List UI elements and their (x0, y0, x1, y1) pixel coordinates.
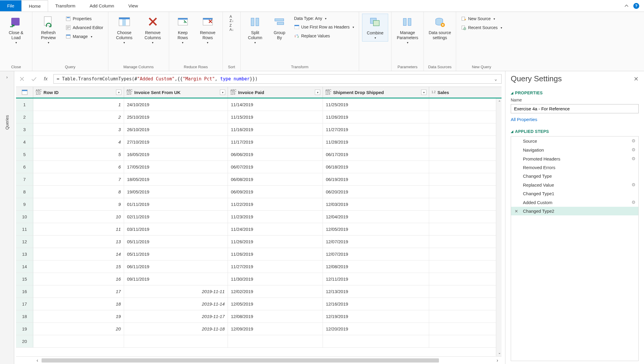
cell-invoice-paid[interactable]: 11/17/2019 (228, 136, 323, 148)
row-number[interactable]: 7 (16, 173, 33, 185)
row-number[interactable]: 18 (16, 310, 33, 322)
table-row[interactable]: 121305/11/201911/26/201912/07/2019 (16, 236, 502, 248)
gear-icon[interactable]: ⚙ (632, 147, 635, 152)
cell-invoice-paid[interactable]: 11/27/2019 (228, 260, 323, 273)
refresh-preview-button[interactable]: Refresh Preview ▾ (35, 14, 61, 46)
scroll-right-icon[interactable]: › (493, 358, 502, 363)
scroll-down-icon[interactable]: ⌄ (498, 349, 501, 356)
cell-sales[interactable] (429, 236, 472, 248)
table-row[interactable]: 141506/11/201911/27/201912/08/2019 (16, 260, 502, 273)
table-row[interactable]: 7718/05/201906/08/201906/19/2019 (16, 173, 502, 186)
col-header-invoice-paid[interactable]: ABC 123 Invoice Paid ▾ (228, 87, 323, 98)
queries-sidebar[interactable]: › Queries (0, 71, 14, 364)
cell-sales[interactable] (429, 111, 472, 123)
cell-sales[interactable] (429, 223, 472, 235)
cell-invoice-sent[interactable]: 01/11/2019 (124, 198, 228, 210)
row-number[interactable]: 1 (16, 98, 33, 111)
cell-shipment[interactable]: 06/17/2019 (323, 148, 429, 160)
row-number[interactable]: 12 (16, 236, 33, 248)
cell-invoice-paid[interactable]: 11/30/2019 (228, 273, 323, 285)
section-properties[interactable]: ◢PROPERTIES (511, 90, 639, 95)
applied-step[interactable]: Source⚙ (511, 136, 638, 145)
cell-invoice-paid[interactable]: 06/07/2019 (228, 161, 323, 173)
cell-shipment[interactable]: 06/20/2019 (323, 186, 429, 198)
select-all-corner[interactable] (16, 87, 33, 98)
filter-icon[interactable]: ▾ (421, 90, 426, 95)
row-number[interactable]: 5 (16, 148, 33, 160)
cell-row-id[interactable]: 16 (33, 273, 124, 285)
recent-sources-button[interactable]: Recent Sources▾ (459, 24, 504, 31)
scroll-left-icon[interactable]: ‹ (33, 358, 42, 363)
replace-values-button[interactable]: 12 Replace Values (292, 32, 356, 40)
row-number[interactable]: 11 (16, 223, 33, 235)
cell-shipment[interactable]: 12/07/2019 (323, 236, 429, 248)
row-number[interactable]: 2 (16, 111, 33, 123)
table-row[interactable]: 20 (16, 335, 502, 348)
table-row[interactable]: 8819/05/201906/09/201906/20/2019 (16, 186, 502, 198)
tab-home[interactable]: Home (21, 0, 48, 12)
applied-step[interactable]: Navigation⚙ (511, 145, 638, 154)
row-number[interactable]: 8 (16, 186, 33, 198)
cell-shipment[interactable]: 12/20/2019 (323, 323, 429, 335)
cell-shipment[interactable]: 11/26/2019 (323, 111, 429, 123)
table-row[interactable]: 131405/11/201911/26/201912/07/2019 (16, 248, 502, 260)
row-number[interactable]: 20 (16, 335, 33, 347)
cell-sales[interactable] (429, 123, 472, 136)
table-row[interactable]: 6617/05/201906/07/201906/18/2019 (16, 161, 502, 173)
accept-formula-icon[interactable] (30, 75, 38, 83)
close-panel-icon[interactable]: ✕ (634, 75, 639, 82)
cell-row-id[interactable]: 2 (33, 111, 124, 123)
applied-step[interactable]: Replaced Value⚙ (511, 180, 638, 189)
cell-invoice-sent[interactable]: 06/11/2019 (124, 260, 228, 273)
table-row[interactable]: 3326/10/201911/16/201911/27/2019 (16, 123, 502, 136)
cell-sales[interactable] (429, 310, 472, 322)
remove-rows-button[interactable]: Remove Rows ▾ (196, 14, 220, 46)
table-row[interactable]: 16172019-11-1112/02/201912/13/2019 (16, 285, 502, 298)
new-source-button[interactable]: ✦ New Source▾ (459, 15, 504, 23)
cell-row-id[interactable]: 10 (33, 211, 124, 223)
gear-icon[interactable]: ⚙ (632, 156, 635, 161)
group-by-button[interactable]: Group By (269, 14, 290, 42)
cell-row-id[interactable]: 5 (33, 148, 124, 160)
section-applied-steps[interactable]: ◢APPLIED STEPS (511, 129, 639, 134)
cell-sales[interactable] (429, 285, 472, 298)
split-column-button[interactable]: Split Column ▾ (244, 14, 267, 46)
cell-invoice-sent[interactable]: 18/05/2019 (124, 173, 228, 185)
cell-invoice-sent[interactable]: 2019-11-18 (124, 323, 228, 335)
cell-row-id[interactable]: 3 (33, 123, 124, 136)
sort-asc-button[interactable]: AZ↓ (227, 15, 236, 23)
table-row[interactable]: 151609/11/201911/30/201912/11/2019 (16, 273, 502, 285)
cell-sales[interactable] (429, 186, 472, 198)
cell-invoice-sent[interactable]: 26/10/2019 (124, 123, 228, 136)
cell-invoice-sent[interactable]: 02/11/2019 (124, 211, 228, 223)
cell-invoice-paid[interactable]: 12/02/2019 (228, 285, 323, 298)
table-row[interactable]: 9901/11/201911/22/201912/03/2019 (16, 198, 502, 211)
cell-shipment[interactable]: 12/08/2019 (323, 260, 429, 273)
cell-row-id[interactable] (33, 335, 124, 347)
cell-invoice-sent[interactable]: 09/11/2019 (124, 273, 228, 285)
cell-invoice-sent[interactable]: 19/05/2019 (124, 186, 228, 198)
cell-invoice-sent[interactable]: 05/11/2019 (124, 236, 228, 248)
manage-parameters-button[interactable]: Manage Parameters ▾ (394, 14, 421, 46)
cell-sales[interactable] (429, 211, 472, 223)
cell-row-id[interactable]: 19 (33, 310, 124, 322)
cell-invoice-paid[interactable]: 11/14/2019 (228, 98, 323, 111)
sort-desc-button[interactable]: ZA↓ (227, 24, 236, 31)
cell-shipment[interactable]: 12/03/2019 (323, 198, 429, 210)
cell-sales[interactable] (429, 161, 472, 173)
cell-sales[interactable] (429, 198, 472, 210)
filter-icon[interactable]: ▾ (220, 90, 225, 95)
tab-file[interactable]: File (0, 0, 21, 11)
data-type-button[interactable]: Data Type: Any▾ (292, 15, 356, 22)
cell-sales[interactable] (429, 98, 472, 111)
gear-icon[interactable]: ⚙ (632, 182, 635, 187)
cell-invoice-sent[interactable]: 24/10/2019 (124, 98, 228, 111)
cell-invoice-paid[interactable]: 11/15/2019 (228, 111, 323, 123)
table-row[interactable]: 4427/10/201911/17/201911/28/2019 (16, 136, 502, 148)
row-number[interactable]: 16 (16, 285, 33, 298)
all-properties-link[interactable]: All Properties (511, 117, 639, 122)
close-load-button[interactable]: Close & Load ▾ (3, 14, 29, 46)
tab-add-column[interactable]: Add Column (83, 0, 121, 11)
cell-sales[interactable] (429, 335, 472, 347)
filter-icon[interactable]: ▾ (116, 90, 121, 95)
